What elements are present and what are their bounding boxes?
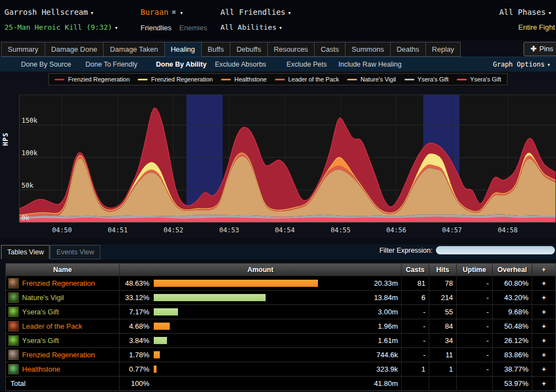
column-header--[interactable]: + (532, 264, 555, 276)
column-header-uptime[interactable]: Uptime (457, 264, 493, 276)
phase-range-selector[interactable]: Entire Fight (519, 23, 555, 31)
phase-selector[interactable]: All Phases▾ (499, 8, 552, 17)
legend-item-leader-of-the-pack[interactable]: Leader of the Pack (275, 76, 339, 83)
table-total-row: Total100%41.80m53.97%+ (6, 377, 555, 390)
expand-row-button[interactable]: + (532, 348, 555, 362)
legend-swatch-icon (347, 79, 357, 80)
graph-options-button[interactable]: Graph Options▾ (493, 57, 550, 72)
expand-row-button[interactable]: + (532, 377, 555, 390)
ability-filter-value: All Abilities (220, 23, 277, 31)
stacked-area-chart: 0k50k100k150k04:5004:5104:5204:5304:5404… (0, 84, 556, 238)
option-include-raw-healing[interactable]: Include Raw Healing (338, 57, 402, 72)
uptime-cell: - (457, 334, 493, 347)
view-tab-tables-view[interactable]: Tables View (1, 245, 50, 259)
uptime-cell: - (457, 305, 493, 319)
tab-summons[interactable]: Summons (346, 42, 391, 57)
expand-row-button[interactable]: + (532, 305, 555, 319)
x-tick-label: 04:58 (498, 226, 517, 234)
tab-damage-taken[interactable]: Damage Taken (104, 42, 164, 57)
plus-icon: ✚ (531, 45, 537, 53)
legend-label: Frenzied Regeneration (151, 76, 213, 83)
amount-value: 13.84m (374, 291, 398, 304)
hps-graph-panel: Frenzied RegenerationFrenzied Regenerati… (0, 72, 556, 238)
legend-item-ysera-s-gift[interactable]: Ysera's Gift (404, 76, 449, 83)
expand-row-button[interactable]: + (532, 291, 555, 304)
fight-selector[interactable]: 25-Man Heroic Kill (9:32)▾ (4, 23, 118, 31)
legend-item-frenzied-regeneration[interactable]: Frenzied Regeneration (138, 76, 213, 83)
view-tab-events-view[interactable]: Events View (50, 245, 100, 259)
ability-name[interactable]: Frenzied Regeneration (22, 351, 95, 359)
ability-filter-selector[interactable]: All Abilities▾ (220, 23, 282, 31)
tab-damage-done[interactable]: Damage Done (45, 42, 104, 57)
amount-value: 1.96m (378, 319, 398, 333)
ability-name[interactable]: Healthstone (22, 365, 60, 373)
tab-deaths[interactable]: Deaths (391, 42, 426, 57)
ability-name[interactable]: Nature's Vigil (22, 293, 64, 302)
filter-expression-input[interactable] (436, 246, 555, 254)
y-tick-label: 150k (21, 117, 38, 124)
legend-item-nature-s-vigil[interactable]: Nature's Vigil (347, 76, 396, 83)
x-tick-label: 04:57 (442, 226, 462, 234)
hits-cell: 11 (429, 348, 457, 362)
tab-debuffs[interactable]: Debuffs (230, 42, 268, 57)
target-filter-value: All Friendlies (220, 8, 285, 17)
tab-casts[interactable]: Casts (315, 42, 346, 57)
amount-cell: 4.68%1.96m (120, 319, 402, 333)
legend-item-frenzied-regeneration[interactable]: Frenzied Regeneration (55, 76, 129, 83)
target-filter-selector[interactable]: All Friendlies▾ (220, 8, 292, 17)
column-header-name[interactable]: Name (6, 264, 120, 276)
amount-cell: 48.63%20.33m (120, 276, 402, 290)
name-cell: Ysera's Gift (6, 305, 120, 319)
ability-name[interactable]: Frenzied Regeneration (22, 279, 95, 287)
expand-row-button[interactable]: + (532, 362, 555, 376)
column-header-amount[interactable]: Amount (120, 264, 402, 276)
uptime-cell: - (457, 276, 493, 290)
x-tick-label: 04:55 (331, 226, 350, 234)
casts-cell: - (402, 348, 429, 362)
tab-replay[interactable]: Replay (426, 42, 461, 57)
overheal-cell: 26.12% (493, 334, 532, 347)
legend-item-ysera-s-gift[interactable]: Ysera's Gift (457, 76, 501, 83)
table-row: Ysera's Gift3.84%1.61m-34-26.12%+ (6, 334, 555, 348)
phase-range-value: Entire Fight (519, 23, 555, 31)
source-selector[interactable]: Buraan✖▾ (141, 8, 183, 17)
overheal-cell: 50.48% (493, 319, 532, 333)
expand-row-button[interactable]: + (532, 276, 555, 290)
tab-buffs[interactable]: Buffs (202, 42, 230, 57)
tab-resources[interactable]: Resources (268, 42, 315, 57)
ability-name[interactable]: Leader of the Pack (22, 322, 82, 330)
hits-cell: 55 (429, 305, 457, 319)
expand-row-button[interactable]: + (532, 319, 555, 333)
boss-selector[interactable]: Garrosh Hellscream▾ (4, 8, 94, 17)
legend-label: Leader of the Pack (288, 76, 339, 83)
ability-name[interactable]: Ysera's Gift (22, 308, 59, 316)
uptime-cell: - (457, 362, 493, 376)
column-header-casts[interactable]: Casts (402, 264, 429, 276)
remove-source-icon[interactable]: ✖ (172, 8, 176, 17)
column-header-overheal[interactable]: Overheal (493, 264, 532, 276)
pins-button[interactable]: ✚Pins (523, 42, 556, 56)
column-header-hits[interactable]: Hits (429, 264, 457, 276)
amount-cell: 0.77%323.9k (120, 362, 402, 376)
subtab-done-by-ability[interactable]: Done By Ability (156, 57, 207, 72)
enemies-toggle[interactable]: Enemies (179, 24, 207, 32)
boss-name: Garrosh Hellscream (4, 8, 88, 17)
expand-row-button[interactable]: + (532, 334, 555, 347)
uptime-cell: - (457, 348, 493, 362)
table-row: Healthstone0.77%323.9k11-38.77%+ (6, 362, 555, 377)
uptime-cell: - (457, 291, 493, 304)
friendlies-toggle[interactable]: Friendlies (141, 24, 171, 32)
option-exclude-absorbs[interactable]: Exclude Absorbs (215, 57, 266, 72)
tab-healing[interactable]: Healing (165, 42, 202, 58)
option-exclude-pets[interactable]: Exclude Pets (287, 57, 327, 72)
phase-filter-value: All Phases (499, 8, 546, 17)
ability-name[interactable]: Ysera's Gift (22, 336, 59, 345)
legend-item-healthstone[interactable]: Healthstone (221, 76, 267, 83)
table-row: Ysera's Gift7.17%3.00m-55-9.68%+ (6, 305, 555, 319)
casts-cell: - (402, 319, 429, 333)
tab-summary[interactable]: Summary (1, 42, 45, 57)
subtab-done-to-friendly[interactable]: Done To Friendly (85, 57, 137, 72)
hits-cell: 214 (429, 291, 457, 304)
amount-bar (154, 323, 170, 330)
subtab-done-by-source[interactable]: Done By Source (21, 57, 71, 72)
